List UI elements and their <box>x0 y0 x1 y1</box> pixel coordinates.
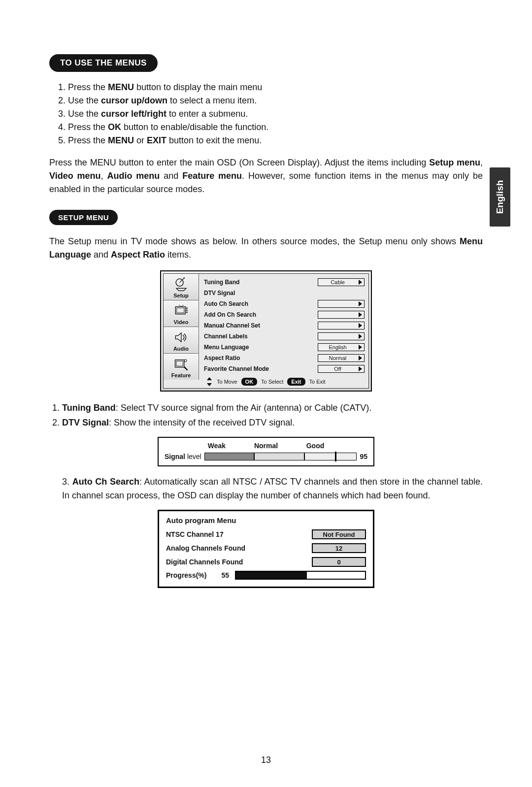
osd-row-label: Channel Labels <box>204 333 248 340</box>
triangle-right-icon <box>359 345 362 350</box>
osd-menu-row: Add On Ch Search <box>204 309 365 320</box>
intro-paragraph: Press the MENU button to enter the main … <box>49 156 483 196</box>
osd-tab-column: Setup Video Audio <box>164 274 199 388</box>
auto-program-row-value: Not Found <box>312 529 366 539</box>
osd-row-value <box>318 311 365 319</box>
dtv-signal-figure: Weak Normal Good Signal level 95 <box>158 437 374 466</box>
signal-head-good: Good <box>300 442 330 450</box>
auto-program-row-label: Analog Channels Found <box>166 544 312 552</box>
auto-program-row: Analog Channels Found12 <box>166 543 366 553</box>
triangle-right-icon <box>359 356 362 361</box>
osd-row-value: Normal <box>318 354 365 362</box>
setup-paragraph: The Setup menu in TV mode shows as below… <box>49 235 483 262</box>
speaker-icon <box>165 330 198 345</box>
signal-marker <box>335 452 336 461</box>
description-item: DTV Signal: Show the intensity of the re… <box>62 416 483 430</box>
progress-bar <box>235 571 366 580</box>
signal-level-label: Signal level <box>165 453 201 460</box>
tv-tools-icon <box>165 357 198 371</box>
osd-tab-audio: Audio <box>164 327 199 354</box>
osd-action-row: To MoveOKTo SelectExitTo Exit <box>204 377 365 386</box>
auto-program-row-label: Digital Channels Found <box>166 558 312 566</box>
instruction-item: Use the cursor up/down to select a menu … <box>68 94 483 107</box>
osd-row-value <box>318 300 365 308</box>
osd-menu-row: DTV Signal <box>204 288 365 298</box>
page-number: 13 <box>0 755 532 765</box>
osd-row-value: English <box>318 343 365 351</box>
description-item-3: 3. Auto Ch Search: Automatically scan al… <box>62 475 483 503</box>
auto-program-title: Auto program Menu <box>166 516 366 525</box>
triangle-right-icon <box>359 280 362 285</box>
osd-row-label: Tuning Band <box>204 279 239 286</box>
triangle-right-icon <box>359 312 362 317</box>
osd-menu-row: Aspect RatioNormal <box>204 353 365 363</box>
monitor-icon <box>165 303 198 318</box>
section-heading-to-use-menus: TO USE THE MENUS <box>49 54 158 72</box>
menu-description-list: Tuning Band: Select TV source signal fro… <box>62 401 483 430</box>
svg-point-2 <box>183 277 185 279</box>
svg-rect-9 <box>176 361 183 366</box>
instruction-list: Press the MENU button to display the mai… <box>68 81 483 147</box>
auto-program-row-label: NTSC Channel 17 <box>166 530 312 538</box>
language-tab: English <box>490 167 510 227</box>
osd-row-label: Menu Language <box>204 344 249 351</box>
triangle-right-icon <box>359 334 362 339</box>
triangle-right-icon <box>359 301 362 306</box>
auto-program-row-value: 12 <box>312 543 366 553</box>
osd-action-toexit: To Exit <box>309 379 326 385</box>
instruction-item: Press the MENU or EXIT button to exit th… <box>68 134 483 147</box>
satellite-dish-icon <box>165 277 198 292</box>
auto-program-row: NTSC Channel 17Not Found <box>166 529 366 539</box>
osd-row-label: Aspect Ratio <box>204 355 240 361</box>
osd-menu-row: Menu LanguageEnglish <box>204 342 365 353</box>
osd-row-label: Auto Ch Search <box>204 300 248 307</box>
progress-value: 55 <box>221 571 229 579</box>
instruction-item: Press the MENU button to display the mai… <box>68 81 483 94</box>
osd-menu-row: Channel Labels <box>204 331 365 342</box>
ok-button-icon: OK <box>241 378 258 386</box>
osd-body: Tuning BandCableDTV SignalAuto Ch Search… <box>199 274 368 388</box>
osd-action-move: To Move <box>217 379 237 385</box>
language-tab-text: English <box>495 180 505 214</box>
auto-program-row: Digital Channels Found0 <box>166 557 366 567</box>
signal-head-weak: Weak <box>202 442 232 450</box>
svg-rect-4 <box>176 308 184 313</box>
osd-row-value <box>318 332 365 340</box>
svg-point-10 <box>184 360 186 362</box>
arrows-updown-icon <box>206 377 213 386</box>
triangle-right-icon <box>359 366 362 371</box>
triangle-right-icon <box>359 323 362 328</box>
osd-menu-row: Manual Channel Set <box>204 320 365 331</box>
osd-row-value: Off <box>318 365 365 373</box>
osd-row-label: Manual Channel Set <box>204 322 260 329</box>
osd-row-value <box>318 322 365 329</box>
signal-head-normal: Normal <box>251 442 281 450</box>
osd-tab-setup: Setup <box>164 274 199 300</box>
osd-row-value: Cable <box>318 278 365 286</box>
instruction-item: Use the cursor left/right to enter a sub… <box>68 107 483 121</box>
osd-menu-row: Favorite Channel ModeOff <box>204 363 365 374</box>
svg-rect-5 <box>186 307 188 309</box>
svg-rect-7 <box>186 312 188 313</box>
instruction-item: Press the OK button to enable/disable th… <box>68 121 483 134</box>
auto-program-menu-figure: Auto program Menu NTSC Channel 17Not Fou… <box>158 510 374 588</box>
progress-label: Progress(%) <box>166 571 206 579</box>
osd-menu-row: Tuning BandCable <box>204 277 365 288</box>
osd-tab-video: Video <box>164 300 199 327</box>
signal-level-bar <box>204 453 357 460</box>
osd-tab-feature: Feature <box>164 354 199 380</box>
osd-menu-row: Auto Ch Search <box>204 298 365 309</box>
osd-row-label: Favorite Channel Mode <box>204 365 269 372</box>
exit-button-icon: Exit <box>287 378 305 386</box>
signal-value: 95 <box>360 453 367 460</box>
auto-program-row-value: 0 <box>312 557 366 567</box>
manual-page: English TO USE THE MENUS Press the MENU … <box>0 0 532 787</box>
svg-rect-6 <box>186 310 188 311</box>
osd-row-label: DTV Signal <box>204 290 235 296</box>
osd-action-select: To Select <box>261 379 283 385</box>
section-heading-setup-menu: SETUP MENU <box>49 210 118 225</box>
osd-row-label: Add On Ch Search <box>204 311 256 318</box>
osd-setup-menu-figure: Setup Video Audio <box>160 270 372 392</box>
description-item: Tuning Band: Select TV source signal fro… <box>62 401 483 415</box>
